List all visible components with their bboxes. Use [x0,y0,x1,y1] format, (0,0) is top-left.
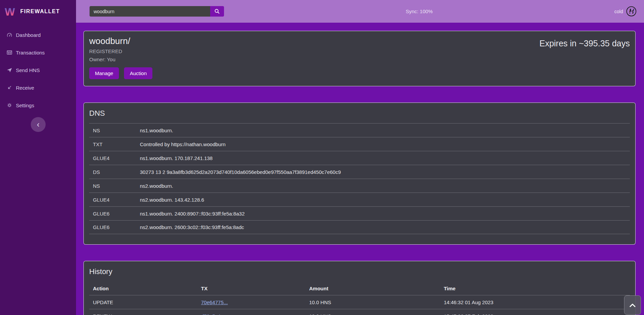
sidebar-item-send-hns[interactable]: Send HNS [0,61,76,79]
sidebar-item-label: Dashboard [16,32,41,38]
dns-title: DNS [84,108,635,123]
domain-expiry: Expires in ~395.35 days [539,36,630,79]
send-paper-plane-icon [6,67,13,73]
search-icon [214,8,220,14]
auction-button[interactable]: Auction [124,67,152,79]
dns-record-value: ns1.woodburn. [140,128,173,133]
transactions-table-icon [6,49,13,55]
dns-record-row: GLUE6 ns1.woodburn. 2400:8907::f03c:93ff… [89,206,630,220]
dns-record-row: NS ns2.woodburn. [89,179,630,193]
dns-record-row: DS 30273 13 2 9a3a8fb3d625d2a2073d740f10… [89,165,630,179]
dns-record-type: TXT [89,141,140,147]
sidebar-item-label: Settings [16,103,34,108]
dns-record-row: NS ns1.woodburn. [89,123,630,137]
sidebar-item-receive[interactable]: Receive [0,79,76,96]
sidebar-nav: Dashboard Transactions Send HNS [0,23,76,114]
domain-name: woodburn/ [89,36,152,46]
history-header-amount: Amount [305,286,440,291]
domain-status: REGISTERED [89,48,152,54]
settings-gear-icon [6,102,13,108]
history-amount: 10.0 HNS [305,299,440,305]
history-table: Action TX Amount Time UPDATE 70e64775...… [89,282,630,315]
svg-text:W: W [5,6,15,17]
dns-record-row: TXT Controlled by https://nathan.woodbur… [89,137,630,151]
search-button[interactable] [210,6,224,17]
chevron-up-icon [629,303,636,307]
brand: W FIREWALLET [0,0,76,23]
main-content: woodburn/ REGISTERED Owner: You Manage A… [76,23,644,315]
tx-link[interactable]: d78e5c4... [201,313,225,315]
sidebar-item-settings[interactable]: Settings [0,96,76,114]
domain-actions: Manage Auction [89,67,152,79]
dns-record-value: ns2.woodburn. [140,183,173,189]
dns-record-value: ns1.woodburn. 2400:8907::f03c:93ff:fe5a:… [140,211,245,217]
sidebar: W FIREWALLET Dashboard Transactions [0,0,76,315]
dns-table: NS ns1.woodburn. TXT Controlled by https… [84,123,635,234]
sidebar-item-label: Receive [16,85,34,91]
scroll-to-top-button[interactable] [624,295,641,315]
domain-owner: Owner: You [89,57,152,62]
history-title: History [84,266,635,282]
chevron-left-icon: ‹ [37,120,40,129]
history-header-row: Action TX Amount Time [89,282,630,295]
dns-record-value: 30273 13 2 9a3a8fb3d625d2a2073d740f10da6… [140,169,341,175]
history-header-time: Time [440,286,630,291]
history-row: RENEW d78e5c4... 10.0 HNS 15:47:26 07 Fe… [89,309,630,315]
domain-card-left: woodburn/ REGISTERED Owner: You Manage A… [89,36,152,79]
dns-record-type: GLUE6 [89,211,140,217]
dns-card: DNS NS ns1.woodburn. TXT Controlled by h… [83,103,636,245]
search-input[interactable] [90,6,210,17]
topbar: Sync: 100% cold H [76,0,644,23]
dns-record-type: GLUE4 [89,197,140,203]
hns-logo-icon: H [626,6,637,17]
dns-record-row: GLUE6 ns2.woodburn. 2600:3c02::f03c:93ff… [89,220,630,234]
history-card: History Action TX Amount Time UPDATE 70e… [83,261,636,315]
history-rows: UPDATE 70e64775... 10.0 HNS 14:46:32 01 … [89,295,630,315]
sidebar-item-dashboard[interactable]: Dashboard [0,26,76,44]
sidebar-item-label: Transactions [16,50,45,55]
dns-record-type: GLUE4 [89,155,140,161]
dns-record-value: Controlled by https://nathan.woodburn [140,141,226,147]
history-time: 14:46:32 01 Aug 2023 [440,299,630,305]
history-row: UPDATE 70e64775... 10.0 HNS 14:46:32 01 … [89,295,630,309]
history-header-tx: TX [197,286,305,291]
dns-record-value: ns2.woodburn. 143.42.128.6 [140,197,204,203]
dns-record-type: NS [89,183,140,189]
manage-button[interactable]: Manage [89,67,119,79]
firewallet-logo-icon: W [5,6,17,17]
history-header-action: Action [89,286,197,291]
dns-record-row: GLUE4 ns1.woodburn. 170.187.241.138 [89,151,630,165]
dns-record-type: GLUE6 [89,224,140,230]
dns-record-value: ns2.woodburn. 2600:3c02::f03c:93ff:fe5a:… [140,224,244,230]
sidebar-collapse-button[interactable]: ‹ [31,117,46,132]
sync-status: Sync: 100% [224,8,614,14]
tx-link[interactable]: 70e64775... [201,299,228,305]
history-amount: 10.0 HNS [305,313,440,315]
history-action: UPDATE [89,299,197,305]
wallet-indicator[interactable]: cold H [614,6,637,17]
receive-arrow-icon [6,85,13,91]
sidebar-item-label: Send HNS [16,67,40,73]
wallet-name: cold [614,9,623,14]
history-action: RENEW [89,313,197,315]
history-time: 15:47:26 07 Feb 2023 [440,313,630,315]
dns-record-row: GLUE4 ns2.woodburn. 143.42.128.6 [89,193,630,206]
dashboard-gauge-icon [6,32,13,38]
sidebar-item-transactions[interactable]: Transactions [0,44,76,61]
app-title: FIREWALLET [20,8,60,15]
dns-record-type: DS [89,169,140,175]
dns-record-value: ns1.woodburn. 170.187.241.138 [140,155,213,161]
domain-card: woodburn/ REGISTERED Owner: You Manage A… [83,31,636,86]
search-group [90,6,224,17]
dns-record-type: NS [89,128,140,133]
